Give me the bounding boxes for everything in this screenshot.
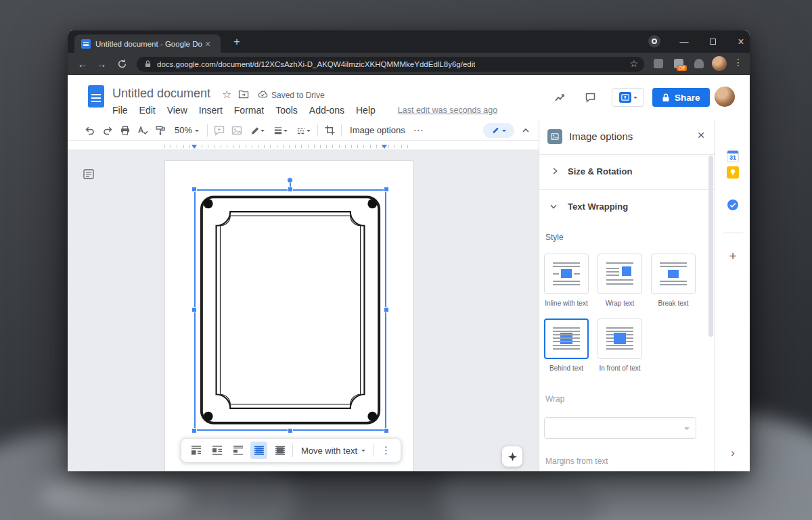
chevron-right-icon[interactable] — [549, 166, 560, 176]
resize-handle-se[interactable] — [384, 428, 389, 433]
tab-close-icon[interactable]: × — [205, 39, 210, 49]
crop-icon[interactable] — [323, 124, 336, 137]
horizontal-ruler[interactable] — [68, 141, 539, 150]
section-size-rotation[interactable]: Size & Rotation — [568, 166, 632, 176]
paint-format-icon[interactable] — [154, 124, 166, 137]
style-label-break: Break text — [647, 300, 700, 307]
move-with-text-dropdown[interactable]: Move with text — [297, 446, 369, 456]
window-minimize-button[interactable]: — — [673, 30, 696, 53]
chevron-down-icon[interactable] — [548, 201, 559, 212]
image-options-panel-icon — [547, 129, 562, 144]
image-toolbar-kebab-icon[interactable]: ⋮ — [378, 444, 394, 456]
left-indent-marker[interactable] — [191, 145, 197, 149]
add-comment-icon-disabled[interactable] — [213, 124, 225, 137]
border-weight-icon[interactable] — [271, 124, 289, 137]
saved-status[interactable]: Saved to Drive — [271, 91, 325, 100]
browser-tab[interactable]: Untitled document - Google Doc × — [74, 34, 221, 53]
print-icon[interactable] — [119, 124, 131, 137]
document-title[interactable]: Untitled document — [112, 87, 210, 101]
share-lock-icon — [662, 93, 670, 102]
forward-icon[interactable]: → — [95, 57, 108, 70]
keep-icon[interactable] — [727, 166, 739, 179]
menu-item-edit[interactable]: Edit — [139, 105, 156, 116]
panel-scrollbar[interactable] — [708, 156, 713, 337]
zoom-select[interactable]: 50% — [172, 125, 202, 135]
toolbar-divider — [374, 444, 374, 457]
share-button[interactable]: Share — [652, 88, 710, 107]
calendar-icon[interactable]: 31 — [727, 150, 739, 162]
style-card-inline-with-text[interactable] — [544, 254, 589, 294]
resize-handle-s[interactable] — [288, 428, 293, 433]
panel-close-icon[interactable]: × — [694, 128, 708, 143]
menu-item-file[interactable]: File — [112, 105, 128, 116]
extension-icon[interactable] — [652, 57, 664, 70]
section-text-wrapping[interactable]: Text Wrapping — [568, 202, 628, 212]
margins-from-text-label: Margins from text — [545, 456, 608, 466]
pencil-icon — [491, 126, 500, 135]
undo-icon[interactable] — [84, 124, 96, 137]
in-front-of-text-icon[interactable] — [271, 442, 288, 459]
cloud-saved-icon[interactable] — [257, 89, 268, 98]
comments-icon[interactable] — [585, 92, 596, 103]
collapse-rail-icon[interactable]: › — [723, 446, 743, 460]
add-addon-button[interactable]: + — [723, 249, 743, 264]
insert-image-icon-disabled[interactable] — [231, 124, 243, 137]
extension-icon[interactable]: Off — [673, 57, 685, 70]
style-card-wrap-text[interactable] — [597, 254, 642, 294]
move-to-folder-icon[interactable] — [238, 89, 249, 99]
right-indent-marker[interactable] — [382, 145, 387, 149]
resize-handle-nw[interactable] — [191, 187, 197, 192]
editing-mode-button[interactable] — [483, 123, 514, 138]
border-color-icon[interactable] — [248, 124, 266, 137]
wrap-dropdown-disabled[interactable] — [544, 417, 696, 439]
redo-icon[interactable] — [102, 124, 114, 137]
resize-handle-ne[interactable] — [384, 187, 389, 192]
panel-divider — [539, 189, 715, 190]
back-icon[interactable]: ← — [76, 57, 89, 70]
selected-image[interactable] — [194, 189, 386, 431]
image-options-button[interactable]: Image options — [347, 125, 408, 135]
explore-button[interactable] — [502, 446, 522, 467]
style-card-in-front-of-text[interactable] — [597, 318, 642, 359]
behind-text-icon-selected[interactable] — [250, 442, 267, 459]
menu-item-format[interactable]: Format — [234, 105, 264, 116]
last-edit-link[interactable]: Last edit was seconds ago — [398, 105, 497, 115]
address-bar[interactable]: docs.google.com/document/d/12XCsAzhXi-D_… — [137, 57, 644, 72]
browser-profile-avatar[interactable] — [712, 56, 727, 71]
window-close-button[interactable]: × — [729, 30, 750, 53]
document-outline-icon[interactable] — [81, 166, 96, 181]
resize-handle-e[interactable] — [384, 307, 389, 312]
menu-item-addons[interactable]: Add-ons — [309, 105, 344, 116]
resize-handle-n[interactable] — [288, 187, 293, 192]
break-text-icon[interactable] — [230, 442, 247, 459]
reload-icon[interactable] — [115, 57, 129, 70]
border-dash-icon[interactable] — [294, 124, 312, 137]
wrap-inline-icon[interactable] — [188, 442, 205, 459]
new-tab-button[interactable]: + — [230, 35, 244, 49]
share-label: Share — [675, 93, 700, 103]
menu-item-view[interactable]: View — [167, 105, 187, 116]
style-card-behind-text-selected[interactable] — [544, 318, 589, 359]
menu-item-insert[interactable]: Insert — [199, 105, 223, 116]
extensions-puzzle-icon[interactable] — [693, 57, 705, 70]
spellcheck-icon[interactable] — [137, 124, 149, 137]
account-avatar[interactable] — [715, 87, 735, 107]
collapse-toolbar-icon[interactable] — [520, 124, 532, 137]
resize-handle-w[interactable] — [191, 307, 197, 312]
tasks-icon[interactable] — [727, 199, 739, 211]
star-document-icon[interactable]: ☆ — [222, 88, 231, 101]
wrap-text-icon[interactable] — [209, 442, 226, 459]
activity-dashboard-icon[interactable] — [554, 92, 566, 103]
menu-item-help[interactable]: Help — [356, 105, 376, 116]
style-card-break-text[interactable] — [651, 254, 696, 294]
rotation-handle[interactable] — [287, 177, 293, 183]
present-button[interactable] — [612, 88, 644, 107]
docs-logo-icon[interactable] — [88, 85, 104, 108]
window-maximize-button[interactable] — [701, 30, 724, 53]
media-controls-icon[interactable] — [648, 35, 660, 47]
resize-handle-sw[interactable] — [191, 428, 197, 433]
toolbar-more-icon[interactable]: ⋯ — [413, 124, 424, 137]
menu-item-tools[interactable]: Tools — [275, 105, 298, 116]
bookmark-star-icon[interactable]: ☆ — [629, 58, 638, 69]
browser-menu-kebab-icon[interactable]: ⋮ — [732, 57, 744, 68]
